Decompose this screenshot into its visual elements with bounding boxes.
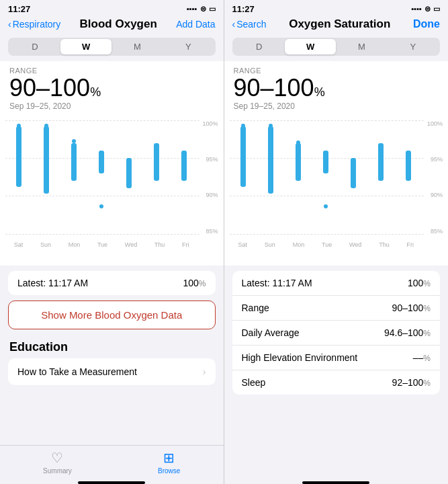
status-icons-left: ▪▪▪▪ ⊜ ▭ xyxy=(187,5,216,13)
segment-d-left[interactable]: D xyxy=(9,39,60,54)
chart-left: 100% 95% 90% 85% xyxy=(0,118,224,266)
signal-icon-right: ▪▪▪▪ xyxy=(411,5,422,13)
edu-item[interactable]: How to Take a Measurement › xyxy=(8,358,216,385)
bar-col-mon-r xyxy=(285,120,312,235)
tab-summary-label: Summary xyxy=(43,467,72,475)
segment-m-left[interactable]: M xyxy=(111,39,163,54)
page-title-left: Blood Oxygen xyxy=(80,17,157,31)
dot-mon xyxy=(72,139,76,143)
bar-col-tue-r xyxy=(312,120,339,235)
education-title: Education xyxy=(8,340,216,354)
wifi-icon: ⊜ xyxy=(200,5,206,13)
dot-sun-r xyxy=(269,124,273,128)
bar-col-tue xyxy=(88,120,115,235)
bars-area-left xyxy=(5,120,198,235)
y-label: 100% xyxy=(422,120,443,127)
tab-browse[interactable]: ⊞ Browse xyxy=(158,450,180,475)
stat-daily-avg-value: 94.6–100% xyxy=(384,327,431,338)
segment-control-right: D W M Y xyxy=(232,38,441,56)
add-data-button[interactable]: Add Data xyxy=(176,19,215,30)
x-label-fri-r: Fri xyxy=(407,241,414,248)
x-label-mon-r: Mon xyxy=(293,241,305,248)
range-date-right: Sep 19–25, 2020 xyxy=(234,102,439,115)
range-section-left: RANGE 90–100% Sep 19–25, 2020 xyxy=(0,61,224,118)
bar-sun-r xyxy=(268,126,273,194)
show-more-button[interactable]: Show More Blood Oxygen Data xyxy=(8,300,216,329)
y-label: 90% xyxy=(198,192,218,198)
bar-col-wed-r xyxy=(340,120,367,235)
chart-card-right: RANGE 90–100% Sep 19–25, 2020 100% 95% 9… xyxy=(224,61,449,266)
tab-bar-left: ♡ Summary ⊞ Browse xyxy=(0,445,224,480)
tab-browse-label: Browse xyxy=(158,467,180,475)
x-label-fri: Fri xyxy=(182,241,189,248)
segment-y-left[interactable]: Y xyxy=(163,39,214,54)
back-label-right: Search xyxy=(236,19,266,30)
stat-range-value: 90–100% xyxy=(392,302,431,313)
dot-tue-low xyxy=(99,204,103,208)
bar-col-sun-r xyxy=(257,120,284,235)
wifi-icon-right: ⊜ xyxy=(424,5,431,13)
stat-sleep-value: 92–100% xyxy=(392,377,431,388)
status-bar-left: 11:27 ▪▪▪▪ ⊜ ▭ xyxy=(0,0,224,16)
tab-summary[interactable]: ♡ Summary xyxy=(43,450,72,475)
heart-icon: ♡ xyxy=(51,450,63,466)
status-bar-right: 11:27 ▪▪▪▪ ⊜ ▭ xyxy=(224,0,449,16)
bar-col-sat-r xyxy=(230,120,257,235)
back-label-left: Respiratory xyxy=(13,19,61,30)
y-label: 95% xyxy=(422,156,443,163)
latest-card: Latest: 11:17 AM 100% xyxy=(8,271,216,295)
segment-w-right[interactable]: W xyxy=(285,39,336,54)
bar-col-sun xyxy=(33,120,60,235)
bar-mon-r xyxy=(296,143,301,181)
x-label-sun-r: Sun xyxy=(265,241,275,248)
bar-tue-r xyxy=(323,151,328,173)
back-button-left[interactable]: ‹ Respiratory xyxy=(8,19,60,30)
time-right: 11:27 xyxy=(232,4,255,14)
bar-fri-r xyxy=(406,151,411,181)
signal-icon: ▪▪▪▪ xyxy=(187,5,197,13)
back-button-right[interactable]: ‹ Search xyxy=(232,19,267,30)
nav-bar-left: ‹ Respiratory Blood Oxygen Add Data xyxy=(0,16,224,35)
y-label: 85% xyxy=(198,228,218,235)
range-label-left: RANGE xyxy=(9,61,214,75)
segment-w-left[interactable]: W xyxy=(60,39,111,54)
bar-col-fri xyxy=(171,120,197,235)
x-labels-left: Sat Sun Mon Tue Wed Thu Fri xyxy=(5,241,198,248)
segment-m-right[interactable]: M xyxy=(336,39,387,54)
bars-area-right xyxy=(230,120,423,235)
chevron-right-icon: › xyxy=(203,366,206,377)
right-panel: 11:27 ▪▪▪▪ ⊜ ▭ ‹ Search Oxygen Saturatio… xyxy=(224,0,449,484)
segment-y-right[interactable]: Y xyxy=(388,39,439,54)
status-icons-right: ▪▪▪▪ ⊜ ▭ xyxy=(411,5,440,13)
x-labels-right: Sat Sun Mon Tue Wed Thu Fri xyxy=(230,241,423,248)
x-label-thu: Thu xyxy=(154,241,165,248)
chevron-left-icon: ‹ xyxy=(8,19,11,30)
stat-sleep-label: Sleep xyxy=(242,377,266,388)
stat-elevation-value: ––% xyxy=(413,352,431,363)
bar-mon xyxy=(71,143,77,181)
dot-tue-low-r xyxy=(324,204,328,208)
chart-right: 100% 95% 90% 85% xyxy=(224,118,449,266)
education-section: Education How to Take a Measurement › xyxy=(8,340,216,385)
y-label: 85% xyxy=(422,228,443,235)
bar-sun xyxy=(44,126,49,194)
range-date-left: Sep 19–25, 2020 xyxy=(9,102,214,115)
bar-col-thu-r xyxy=(367,120,394,235)
bar-col-fri-r xyxy=(395,120,422,235)
dot-sat-r xyxy=(241,124,245,128)
bar-thu xyxy=(154,143,159,181)
edu-item-label: How to Take a Measurement xyxy=(17,366,137,377)
battery-icon: ▭ xyxy=(209,5,216,13)
segment-control-left: D W M Y xyxy=(8,38,216,56)
stats-card: Latest: 11:17 AM 100% Range 90–100% Dail… xyxy=(232,271,441,395)
left-panel: 11:27 ▪▪▪▪ ⊜ ▭ ‹ Respiratory Blood Oxyge… xyxy=(0,0,224,484)
x-label-sat: Sat xyxy=(14,241,24,248)
done-button[interactable]: Done xyxy=(413,18,440,30)
stat-elevation-label: High Elevation Environment xyxy=(242,352,358,363)
bar-sat-r xyxy=(240,126,246,187)
range-label-right: RANGE xyxy=(234,61,439,75)
latest-label: Latest: 11:17 AM xyxy=(17,278,88,288)
bar-col-mon xyxy=(60,120,87,235)
stat-range: Range 90–100% xyxy=(232,296,441,321)
segment-d-right[interactable]: D xyxy=(234,39,285,54)
